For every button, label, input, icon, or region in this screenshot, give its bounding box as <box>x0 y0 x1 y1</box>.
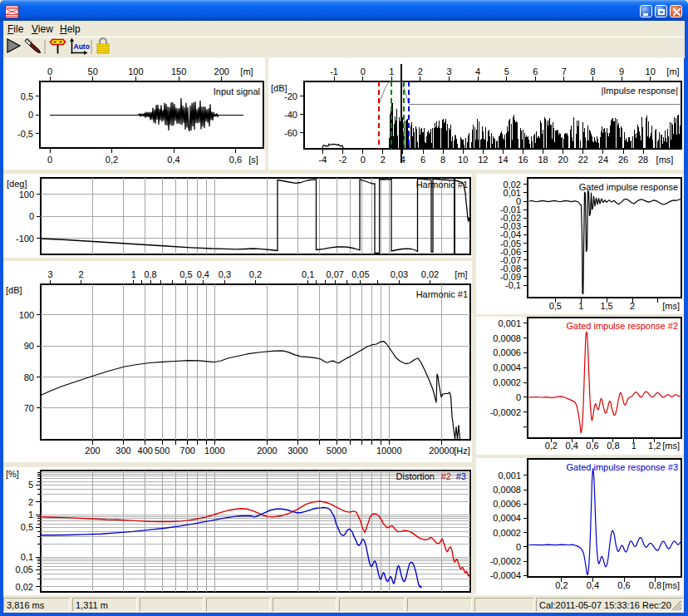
svg-text:28: 28 <box>638 155 648 165</box>
svg-text:0,2: 0,2 <box>555 580 568 590</box>
svg-text:-0,0002: -0,0002 <box>490 407 521 417</box>
svg-text:2: 2 <box>78 269 83 279</box>
svg-text:20: 20 <box>558 155 568 165</box>
svg-text:[dB]: [dB] <box>6 284 22 294</box>
svg-text:0,0002: 0,0002 <box>493 377 521 387</box>
svg-text:150: 150 <box>171 67 186 76</box>
svg-text:-0,0002: -0,0002 <box>490 556 521 566</box>
svg-text:90: 90 <box>24 341 34 351</box>
svg-text:0: 0 <box>47 67 52 76</box>
svg-text:0: 0 <box>361 67 366 76</box>
svg-text:Input signal: Input signal <box>214 86 260 96</box>
svg-text:3: 3 <box>47 269 52 279</box>
svg-text:20000: 20000 <box>429 445 455 455</box>
svg-text:Distortion: Distortion <box>396 471 435 481</box>
svg-text:-100: -100 <box>16 234 34 244</box>
svg-text:5: 5 <box>28 480 33 490</box>
svg-text:0,3: 0,3 <box>219 269 231 279</box>
svg-text:|Impulse response|: |Impulse response| <box>601 86 678 96</box>
svg-text:[ms]: [ms] <box>662 580 680 590</box>
svg-text:-0,5: -0,5 <box>17 129 33 139</box>
svg-text:-40: -40 <box>284 110 297 120</box>
svg-text:7: 7 <box>562 67 567 76</box>
svg-text:0,5: 0,5 <box>549 301 562 311</box>
svg-text:[%]: [%] <box>6 469 19 479</box>
svg-text:200: 200 <box>85 445 100 455</box>
svg-text:50: 50 <box>88 67 98 76</box>
svg-text:0: 0 <box>516 392 521 402</box>
svg-text:[m]: [m] <box>666 67 679 76</box>
svg-text:18: 18 <box>538 155 548 165</box>
svg-text:0,02: 0,02 <box>16 582 33 592</box>
svg-text:2000: 2000 <box>257 445 277 455</box>
svg-text:26: 26 <box>618 155 628 165</box>
svg-text:2: 2 <box>630 301 635 311</box>
svg-text:100: 100 <box>128 67 143 76</box>
svg-text:5000: 5000 <box>327 445 346 455</box>
svg-text:[m]: [m] <box>455 269 467 279</box>
svg-text:0,0004: 0,0004 <box>493 362 521 372</box>
svg-text:Gated impulse response #2: Gated impulse response #2 <box>566 321 678 331</box>
svg-text:0,2: 0,2 <box>106 155 118 165</box>
svg-text:0,6: 0,6 <box>617 580 630 590</box>
svg-text:0,07: 0,07 <box>326 269 343 279</box>
svg-text:0,6: 0,6 <box>586 441 598 451</box>
svg-text:700: 700 <box>180 445 195 455</box>
svg-text:0,0004: 0,0004 <box>493 513 521 523</box>
svg-text:14: 14 <box>498 155 508 165</box>
svg-text:16: 16 <box>518 155 528 165</box>
svg-text:8: 8 <box>440 155 445 165</box>
svg-text:1: 1 <box>631 441 636 451</box>
svg-text:0,4: 0,4 <box>587 580 599 590</box>
svg-text:3000: 3000 <box>287 445 307 455</box>
svg-text:0,0008: 0,0008 <box>493 333 521 343</box>
svg-text:2: 2 <box>28 497 33 507</box>
svg-text:0,4: 0,4 <box>167 155 179 165</box>
svg-text:0,5: 0,5 <box>21 522 33 532</box>
svg-text:[Hz]: [Hz] <box>454 445 470 455</box>
svg-text:0,001: 0,001 <box>498 318 521 328</box>
svg-text:3: 3 <box>446 67 451 76</box>
svg-text:200: 200 <box>214 67 229 76</box>
svg-text:0,2: 0,2 <box>249 269 262 279</box>
svg-text:400: 400 <box>138 445 153 455</box>
svg-text:0,0008: 0,0008 <box>493 485 521 495</box>
svg-text:0: 0 <box>28 110 33 120</box>
svg-text:2: 2 <box>418 67 423 76</box>
svg-text:10: 10 <box>458 155 468 165</box>
svg-text:#2: #2 <box>441 471 451 481</box>
svg-text:0,2: 0,2 <box>545 441 558 451</box>
svg-text:500: 500 <box>155 445 170 455</box>
svg-text:8: 8 <box>590 67 595 76</box>
svg-text:0: 0 <box>29 211 34 221</box>
svg-text:300: 300 <box>115 445 130 455</box>
svg-text:[deg]: [deg] <box>7 179 27 189</box>
svg-text:Harmonic #1: Harmonic #1 <box>416 288 468 298</box>
svg-text:1: 1 <box>28 510 33 520</box>
svg-text:2: 2 <box>381 155 386 165</box>
svg-text:12: 12 <box>478 155 488 165</box>
svg-text:6: 6 <box>420 155 425 165</box>
svg-text:Gated impulse response #3: Gated impulse response #3 <box>566 462 678 472</box>
svg-text:Harmonic #1: Harmonic #1 <box>416 180 468 190</box>
svg-text:0,001: 0,001 <box>498 471 521 480</box>
svg-text:0,8: 0,8 <box>649 580 661 590</box>
svg-text:0,05: 0,05 <box>351 269 369 279</box>
svg-text:0: 0 <box>47 155 52 165</box>
svg-text:0,0006: 0,0006 <box>493 347 521 357</box>
svg-text:0,8: 0,8 <box>607 441 619 451</box>
svg-text:0,1: 0,1 <box>302 269 314 279</box>
svg-text:Gated impulse response: Gated impulse response <box>579 182 678 192</box>
svg-text:[m]: [m] <box>240 67 253 76</box>
svg-text:70: 70 <box>24 402 34 412</box>
svg-text:0,05: 0,05 <box>16 564 33 574</box>
svg-text:100: 100 <box>19 309 34 319</box>
svg-text:22: 22 <box>578 155 588 165</box>
svg-text:6: 6 <box>533 67 538 76</box>
svg-text:0,4: 0,4 <box>197 269 209 279</box>
svg-text:0: 0 <box>516 542 521 552</box>
svg-text:4: 4 <box>475 67 480 76</box>
svg-text:0: 0 <box>361 155 366 165</box>
svg-text:0,0006: 0,0006 <box>493 499 521 509</box>
svg-text:0,6: 0,6 <box>229 155 242 165</box>
